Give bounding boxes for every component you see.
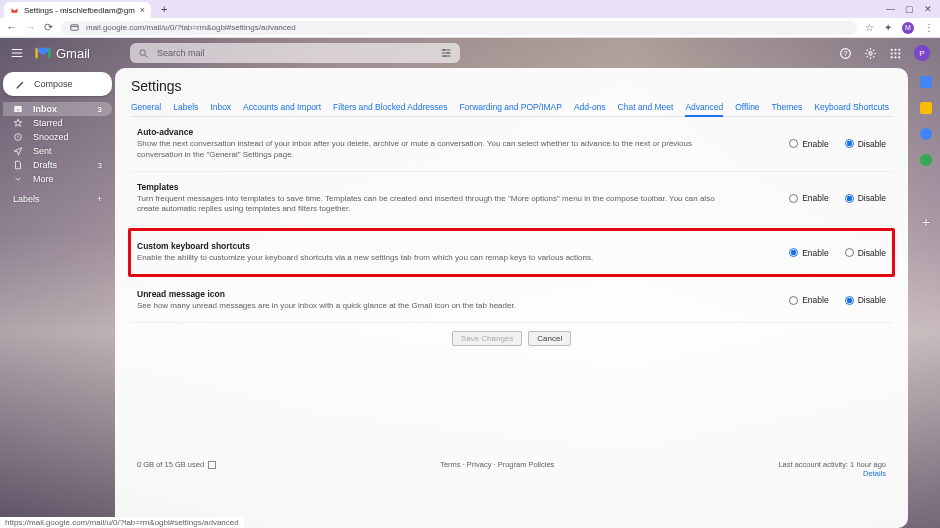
window-maximize-icon[interactable]: ▢ (905, 4, 914, 14)
site-info-icon[interactable] (69, 22, 80, 33)
browser-status-bar: https://mail.google.com/mail/u/0/?tab=rm… (0, 517, 244, 528)
settings-tab-chat-and-meet[interactable]: Chat and Meet (618, 102, 674, 112)
browser-toolbar: ← → ⟳ mail.google.com/mail/u/0/?tab=rm&o… (0, 18, 940, 38)
settings-tab-advanced[interactable]: Advanced (685, 102, 723, 117)
sidebar-item-label: Sent (33, 146, 52, 156)
save-changes-button[interactable]: Save Changes (452, 331, 522, 346)
sidebar-item-label: Snoozed (33, 132, 69, 142)
enable-option[interactable]: Enable (789, 139, 828, 149)
settings-tab-themes[interactable]: Themes (772, 102, 803, 112)
tab-title: Settings - mischiefbedlam@gm (24, 6, 135, 15)
enable-option[interactable]: Enable (789, 193, 828, 203)
last-activity: Last account activity: 1 hour ago (778, 460, 886, 469)
svg-point-4 (443, 49, 445, 51)
extensions-icon[interactable]: ✦ (884, 22, 892, 33)
svg-point-11 (894, 48, 896, 50)
disable-option[interactable]: Disable (845, 193, 886, 203)
inbox-icon (13, 104, 23, 114)
enable-radio[interactable] (789, 139, 798, 148)
footer-links[interactable]: Terms · Privacy · Program Policies (216, 460, 778, 478)
search-placeholder: Search mail (157, 48, 205, 58)
gmail-app: Gmail Search mail ? P Compose Inbox 3 (0, 38, 940, 528)
settings-tab-keyboard-shortcuts[interactable]: Keyboard Shortcuts (814, 102, 889, 112)
settings-tab-inbox[interactable]: Inbox (210, 102, 231, 112)
disable-option[interactable]: Disable (845, 248, 886, 258)
window-close-icon[interactable]: ✕ (924, 4, 932, 14)
settings-tab-add-ons[interactable]: Add-ons (574, 102, 606, 112)
disable-radio[interactable] (845, 194, 854, 203)
add-label-button[interactable]: + (97, 194, 102, 204)
address-bar[interactable]: mail.google.com/mail/u/0/?tab=rm&ogbl#se… (61, 21, 857, 35)
contacts-icon[interactable] (920, 154, 932, 166)
enable-option[interactable]: Enable (789, 295, 828, 305)
bookmark-star-icon[interactable]: ☆ (865, 22, 874, 33)
disable-radio[interactable] (845, 296, 854, 305)
apps-grid-icon[interactable] (889, 47, 902, 60)
svg-point-15 (898, 52, 900, 54)
browser-tab[interactable]: Settings - mischiefbedlam@gm × (4, 2, 151, 18)
window-minimize-icon[interactable]: — (886, 4, 895, 14)
tasks-icon[interactable] (920, 128, 932, 140)
disable-option[interactable]: Disable (845, 295, 886, 305)
disable-radio[interactable] (845, 248, 854, 257)
nav-reload-icon[interactable]: ⟳ (44, 21, 53, 34)
settings-tab-accounts-and-import[interactable]: Accounts and Import (243, 102, 321, 112)
disable-radio[interactable] (845, 139, 854, 148)
enable-radio[interactable] (789, 248, 798, 257)
settings-tab-forwarding-and-pop-imap[interactable]: Forwarding and POP/IMAP (459, 102, 562, 112)
main-menu-icon[interactable] (10, 46, 24, 60)
sidebar-item-starred[interactable]: Starred (3, 116, 112, 130)
compose-button[interactable]: Compose (3, 72, 112, 96)
get-addons-button[interactable]: + (922, 214, 930, 230)
gmail-logo[interactable]: Gmail (34, 46, 90, 61)
sidebar-item-label: Starred (33, 118, 63, 128)
account-avatar[interactable]: P (914, 45, 930, 61)
setting-row: Unread message iconSee how many unread m… (131, 279, 892, 323)
setting-options: EnableDisable (756, 241, 886, 264)
svg-point-17 (894, 56, 896, 58)
search-box[interactable]: Search mail (130, 43, 460, 63)
setting-description: Enable the ability to customize your key… (137, 253, 736, 264)
new-tab-button[interactable]: + (157, 2, 171, 16)
nav-forward-icon[interactable]: → (25, 21, 36, 34)
browser-menu-icon[interactable]: ⋮ (924, 22, 934, 33)
keep-icon[interactable] (920, 102, 932, 114)
disable-option[interactable]: Disable (845, 139, 886, 149)
setting-options: EnableDisable (756, 182, 886, 216)
tab-close-icon[interactable]: × (140, 5, 145, 15)
address-url: mail.google.com/mail/u/0/?tab=rm&ogbl#se… (86, 23, 296, 32)
labels-title: Labels (13, 194, 40, 204)
nav-back-icon[interactable]: ← (6, 21, 17, 34)
svg-rect-0 (71, 25, 78, 31)
settings-gear-icon[interactable] (864, 47, 877, 60)
calendar-icon[interactable] (920, 76, 932, 88)
details-link[interactable]: Details (778, 469, 886, 478)
storage-usage[interactable]: 0 GB of 15 GB used (137, 460, 216, 478)
cancel-button[interactable]: Cancel (528, 331, 571, 346)
svg-point-6 (444, 55, 446, 57)
enable-radio[interactable] (789, 296, 798, 305)
sidebar-item-inbox[interactable]: Inbox 3 (3, 102, 112, 116)
chevron-down-icon (13, 174, 23, 184)
window-controls: — ▢ ✕ (886, 4, 940, 14)
enable-radio[interactable] (789, 194, 798, 203)
settings-tab-labels[interactable]: Labels (173, 102, 198, 112)
svg-point-14 (894, 52, 896, 54)
sidebar-item-count: 3 (98, 161, 102, 170)
svg-line-3 (145, 54, 148, 57)
setting-title: Unread message icon (137, 289, 736, 299)
browser-profile-avatar[interactable]: M (902, 22, 914, 34)
svg-text:?: ? (844, 50, 848, 57)
search-options-icon[interactable] (440, 47, 452, 59)
settings-tab-general[interactable]: General (131, 102, 161, 112)
pencil-icon (15, 79, 26, 90)
compose-label: Compose (34, 79, 73, 89)
sidebar-item-drafts[interactable]: Drafts 3 (3, 158, 112, 172)
sidebar-item-more[interactable]: More (3, 172, 112, 186)
settings-tab-offline[interactable]: Offline (735, 102, 759, 112)
support-icon[interactable]: ? (839, 47, 852, 60)
sidebar-item-snoozed[interactable]: Snoozed (3, 130, 112, 144)
sidebar-item-sent[interactable]: Sent (3, 144, 112, 158)
enable-option[interactable]: Enable (789, 248, 828, 258)
settings-tab-filters-and-blocked-addresses[interactable]: Filters and Blocked Addresses (333, 102, 447, 112)
